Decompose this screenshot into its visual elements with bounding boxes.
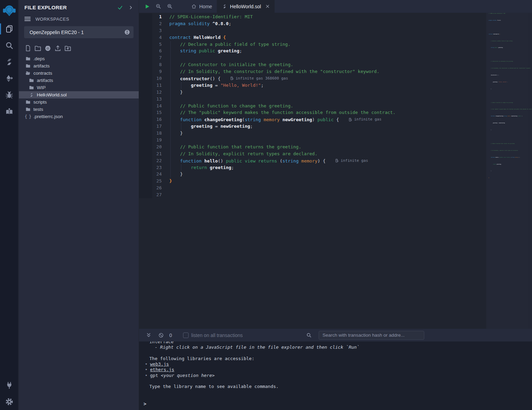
upload-folder-icon[interactable] [64,45,71,52]
line-number[interactable]: 18 [139,130,169,137]
line-number[interactable]: 26 [139,185,169,191]
bullet: • [145,361,150,367]
code-line: 17 greeting = newGreeting; [139,123,486,130]
tree-item-artifacts[interactable]: artifacts [19,77,139,84]
remix-logo-icon[interactable] [0,0,19,21]
run-play-icon[interactable] [145,4,150,9]
tab-home[interactable]: Home [187,0,217,13]
terminal-panel: 0 listen on all transactions interface -… [139,329,532,410]
line-number[interactable]: 15 [139,109,169,116]
line-number[interactable]: 10 [139,75,169,82]
tree-item-scripts[interactable]: scripts [19,98,139,106]
solidity-compiler-icon[interactable] [0,54,19,70]
line-number[interactable]: 27 [139,191,169,198]
debugger-icon[interactable] [0,87,19,103]
tree-item-artifacts[interactable]: artifacts [19,62,139,70]
code-line: // Public function that returns the gree… [489,143,520,150]
terminal-prompt[interactable]: > [143,401,146,407]
file-explorer-icon[interactable] [0,21,19,37]
learneth-icon[interactable] [0,103,19,120]
tree-item-tests[interactable]: tests [19,106,139,113]
line-number[interactable]: 20 [139,144,169,150]
listen-transactions-checkbox[interactable] [183,333,189,338]
terminal-link[interactable]: ethers.js [150,367,174,372]
code-editor[interactable]: 1// SPDX-License-Identifier: MIT2pragma … [139,13,532,329]
code-text: contract HelloWorld { [489,34,500,41]
terminal-line: The following libraries are accessible: [149,356,532,361]
tree-item--deps[interactable]: .deps [19,55,139,62]
line-number[interactable]: 13 [139,96,169,103]
tree-item-contracts[interactable]: contracts [19,70,139,77]
line-number[interactable]: 2 [139,20,169,27]
line-number[interactable]: 11 [139,82,169,89]
indent-guide [170,54,171,61]
line-number[interactable]: 3 [139,27,169,34]
tab-helloworld-sol[interactable]: HelloWorld.sol [217,0,275,13]
line-number[interactable]: 12 [139,89,169,96]
workspaces-menu-icon[interactable] [24,16,31,22]
upload-file-icon[interactable] [54,45,61,52]
close-tab-icon[interactable] [266,4,269,8]
code-line: 10 constructor() {infinite gas 368600 ga… [139,75,486,82]
check-icon[interactable] [117,5,123,10]
minimap[interactable]: // SPDX-License-Identifier: MITpragma so… [489,13,520,198]
zoom-out-icon[interactable] [156,3,161,9]
indent-guide [170,130,171,137]
code-text: // In Solidity, explicit return types ar… [489,150,518,157]
code-text: contract HelloWorld { [169,34,226,41]
indent-guide [170,103,171,109]
code-line: 16 function changeGreeting(string memory… [139,116,486,123]
indent-guide [170,61,171,68]
terminal-search-input[interactable] [319,331,424,340]
line-number[interactable]: 23 [139,164,169,171]
new-folder-icon[interactable] [34,45,41,52]
editor-area: HomeHelloWorld.sol 1// SPDX-License-Iden… [139,0,532,410]
activity-bar [0,0,19,410]
code-line: pragma solidity ^0.8.0; [489,20,520,27]
line-number[interactable]: 5 [139,41,169,48]
tree-item-wip[interactable]: WIP [19,84,139,91]
terminal-link[interactable]: web3.js [150,361,169,367]
code-text: } [489,177,489,184]
indent-guide [181,164,181,171]
line-number[interactable]: 21 [139,150,169,157]
file-tree: .depsartifactscontractsartifactsWIPHello… [19,55,139,120]
line-number[interactable]: 25 [139,178,169,185]
tree-item-label: .prettierrc.json [33,114,63,119]
line-number[interactable]: 17 [139,123,169,130]
editor-scrollbar[interactable] [528,13,532,329]
tree-item--prettierrc-json[interactable]: { }.prettierrc.json [19,113,139,120]
clone-github-icon[interactable] [44,45,51,52]
terminal-line [149,350,532,356]
indent-guide [170,82,171,89]
chevron-right-icon[interactable] [128,5,133,10]
line-number[interactable]: 4 [139,34,169,41]
line-number[interactable]: 6 [139,48,169,54]
deploy-run-icon[interactable] [0,70,19,87]
code-text: // The "public" keyword makes the functi… [169,109,395,116]
line-number[interactable]: 24 [139,171,169,178]
braces-icon: { } [25,114,31,119]
line-number[interactable]: 16 [139,116,169,123]
plugin-manager-icon[interactable] [0,377,19,393]
tree-item-helloworld-sol[interactable]: HelloWorld.sol [19,91,139,98]
line-number[interactable]: 1 [139,13,169,20]
line-number[interactable]: 9 [139,68,169,75]
collapse-terminal-icon[interactable] [146,333,151,338]
zoom-in-icon[interactable] [167,3,173,9]
workspace-select[interactable]: OpenZeppelin ERC20 - 1 [24,26,134,38]
line-number[interactable]: 8 [139,61,169,68]
code-line: 12 } [139,89,486,96]
settings-gear-icon[interactable] [0,393,19,410]
search-icon[interactable] [0,37,19,54]
line-number[interactable]: 14 [139,103,169,109]
new-file-icon[interactable] [24,45,31,52]
line-number[interactable]: 7 [139,54,169,61]
line-number[interactable]: 19 [139,137,169,144]
indent-guide [170,116,171,123]
code-text: } [489,170,491,177]
code-line: constructor() {infinite gas 368600 gas [489,75,520,82]
line-number[interactable]: 22 [139,157,169,164]
clear-console-icon[interactable] [158,333,164,338]
workspace-sorter-icon [124,29,130,35]
